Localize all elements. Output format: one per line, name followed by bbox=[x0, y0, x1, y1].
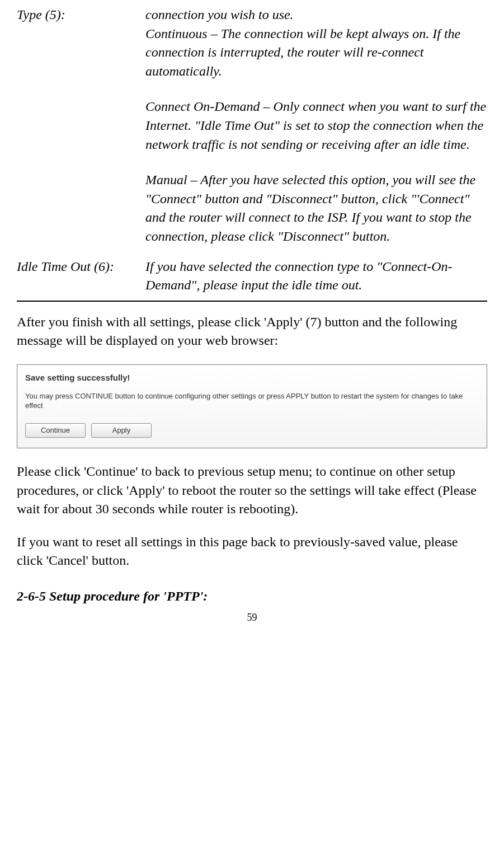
type-continuous: Continuous – The connection will be kept… bbox=[145, 25, 487, 81]
type-manual: Manual – After you have selected this op… bbox=[145, 171, 487, 246]
idle-text: If you have selected the connection type… bbox=[145, 257, 487, 295]
save-dialog: Save setting successfully! You may press… bbox=[17, 364, 487, 448]
def-label-idle: Idle Time Out (6): bbox=[17, 257, 145, 295]
reset-instructions: If you want to reset all settings in thi… bbox=[17, 533, 487, 570]
dialog-title: Save setting successfully! bbox=[25, 372, 479, 383]
page-number: 59 bbox=[17, 611, 487, 625]
def-content-type: connection you wish to use. Continuous –… bbox=[145, 6, 487, 246]
type-intro: connection you wish to use. bbox=[145, 6, 487, 25]
apply-button[interactable]: Apply bbox=[91, 423, 152, 438]
type-on-demand: Connect On-Demand – Only connect when yo… bbox=[145, 97, 487, 154]
definition-table: Type (5): connection you wish to use. Co… bbox=[17, 6, 487, 295]
continue-button[interactable]: Continue bbox=[25, 423, 86, 438]
def-content-idle: If you have selected the connection type… bbox=[145, 257, 487, 295]
continue-instructions: Please click 'Continue' to back to previ… bbox=[17, 462, 487, 519]
section-heading: 2-6-5 Setup procedure for 'PPTP': bbox=[17, 587, 487, 606]
dialog-buttons-row: Continue Apply bbox=[25, 423, 479, 438]
dialog-text: You may press CONTINUE button to continu… bbox=[25, 391, 479, 411]
def-label-type: Type (5): bbox=[17, 6, 145, 246]
section-divider bbox=[17, 301, 487, 302]
after-settings-text: After you finish with all settings, plea… bbox=[17, 313, 487, 350]
